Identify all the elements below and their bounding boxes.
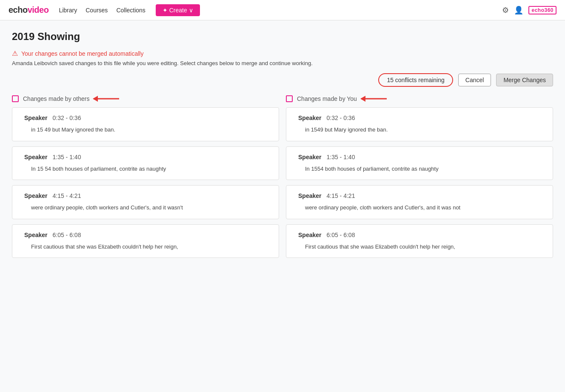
left-arrow-indicator bbox=[94, 96, 123, 102]
left-card-2: Speaker 4:15 - 4:21 were ordinary people… bbox=[12, 185, 279, 219]
left-card-0-header: Speaker 0:32 - 0:36 bbox=[19, 114, 272, 121]
right-card-2: Speaker 4:15 - 4:21 were ordinary people… bbox=[286, 185, 553, 219]
left-card-0-time: 0:32 - 0:36 bbox=[52, 114, 81, 121]
left-card-2-header: Speaker 4:15 - 4:21 bbox=[19, 192, 272, 199]
left-card-3-time: 6:05 - 6:08 bbox=[52, 232, 81, 238]
settings-icon[interactable]: ⚙ bbox=[502, 6, 509, 15]
left-select-all-checkbox[interactable] bbox=[12, 95, 19, 102]
right-card-2-time: 4:15 - 4:21 bbox=[326, 192, 355, 199]
left-card-1-header: Speaker 1:35 - 1:40 bbox=[19, 154, 272, 160]
logo-echo: echo bbox=[9, 5, 28, 15]
left-column: Changes made by others Speaker 0:32 - 0:… bbox=[12, 95, 279, 263]
alert-warning-text: Your changes cannot be merged automatica… bbox=[21, 50, 143, 57]
right-card-0-text: in 1549 but Mary ignored the ban. bbox=[293, 126, 546, 134]
left-card-2-speaker: Speaker bbox=[24, 192, 47, 199]
nav-library[interactable]: Library bbox=[59, 7, 77, 14]
left-card-1: Speaker 1:35 - 1:40 In 15 54 both houses… bbox=[12, 146, 279, 180]
right-column: Changes made by You Speaker 0:32 - 0:36 … bbox=[286, 95, 553, 263]
left-card-1-text: In 15 54 both houses of parliament, cont… bbox=[19, 165, 272, 173]
right-card-0-header: Speaker 0:32 - 0:36 bbox=[293, 114, 546, 121]
right-card-3-time: 6:05 - 6:08 bbox=[326, 232, 355, 238]
right-card-3-speaker: Speaker bbox=[298, 232, 321, 238]
user-icon[interactable]: 👤 bbox=[514, 6, 523, 15]
left-card-2-text: were ordinary people, cloth workers and … bbox=[19, 203, 272, 212]
alert-section: ⚠ Your changes cannot be merged automati… bbox=[12, 49, 553, 66]
left-card-0-text: in 15 49 but Mary ignored the ban. bbox=[19, 126, 272, 134]
right-column-header: Changes made by You bbox=[286, 95, 553, 102]
cancel-button[interactable]: Cancel bbox=[458, 74, 491, 86]
left-card-3-header: Speaker 6:05 - 6:08 bbox=[19, 232, 272, 238]
left-card-0: Speaker 0:32 - 0:36 in 15 49 but Mary ig… bbox=[12, 107, 279, 141]
logo: echovideo bbox=[9, 5, 49, 15]
left-card-1-speaker: Speaker bbox=[24, 154, 47, 160]
right-card-1-header: Speaker 1:35 - 1:40 bbox=[293, 154, 546, 160]
nav-links: Library Courses Collections bbox=[59, 7, 145, 14]
left-card-1-time: 1:35 - 1:40 bbox=[52, 154, 81, 160]
right-card-3-header: Speaker 6:05 - 6:08 bbox=[293, 232, 546, 238]
create-button[interactable]: ✦ Create ∨ bbox=[156, 4, 200, 16]
right-card-3-text: First cautious that she waas Elizabeth c… bbox=[293, 243, 546, 251]
left-card-0-speaker: Speaker bbox=[24, 114, 47, 121]
right-card-2-speaker: Speaker bbox=[298, 192, 321, 199]
right-card-0: Speaker 0:32 - 0:36 in 1549 but Mary ign… bbox=[286, 107, 553, 141]
echo360-logo: echo360 bbox=[528, 6, 556, 14]
action-bar: 15 conflicts remaining Cancel Merge Chan… bbox=[12, 73, 553, 87]
left-column-header: Changes made by others bbox=[12, 95, 279, 102]
left-card-3-speaker: Speaker bbox=[24, 232, 47, 238]
right-card-1-time: 1:35 - 1:40 bbox=[326, 154, 355, 160]
right-column-title: Changes made by You bbox=[297, 95, 357, 102]
navbar: echovideo Library Courses Collections ✦ … bbox=[0, 0, 565, 20]
alert-description: Amanda Leibovich saved changes to this f… bbox=[12, 60, 553, 66]
right-card-2-text: were ordinary people, cloth workers and … bbox=[293, 203, 546, 212]
right-card-0-speaker: Speaker bbox=[298, 114, 321, 121]
right-card-0-time: 0:32 - 0:36 bbox=[326, 114, 355, 121]
columns-container: Changes made by others Speaker 0:32 - 0:… bbox=[12, 95, 553, 263]
nav-courses[interactable]: Courses bbox=[86, 7, 108, 14]
left-card-3-text: First cautious that she was Elizabeth co… bbox=[19, 243, 272, 251]
logo-video: video bbox=[28, 5, 49, 15]
nav-collections[interactable]: Collections bbox=[116, 7, 145, 14]
merge-changes-button[interactable]: Merge Changes bbox=[496, 74, 553, 86]
right-card-1: Speaker 1:35 - 1:40 In 1554 both houses … bbox=[286, 146, 553, 180]
right-card-1-speaker: Speaker bbox=[298, 154, 321, 160]
right-arrow-indicator bbox=[361, 96, 391, 102]
alert-warning: ⚠ Your changes cannot be merged automati… bbox=[12, 49, 553, 57]
main-content: 2019 Showing ⚠ Your changes cannot be me… bbox=[0, 20, 565, 392]
left-card-3: Speaker 6:05 - 6:08 First cautious that … bbox=[12, 224, 279, 258]
right-select-all-checkbox[interactable] bbox=[286, 95, 293, 102]
right-card-1-text: In 1554 both houses of parliament, contr… bbox=[293, 165, 546, 173]
left-card-2-time: 4:15 - 4:21 bbox=[52, 192, 81, 199]
page-title: 2019 Showing bbox=[12, 31, 553, 43]
right-card-3: Speaker 6:05 - 6:08 First cautious that … bbox=[286, 224, 553, 258]
warning-icon: ⚠ bbox=[12, 49, 18, 57]
conflicts-badge: 15 conflicts remaining bbox=[378, 73, 453, 87]
right-card-2-header: Speaker 4:15 - 4:21 bbox=[293, 192, 546, 199]
left-column-title: Changes made by others bbox=[23, 95, 89, 102]
nav-right: ⚙ 👤 echo360 bbox=[502, 6, 556, 15]
